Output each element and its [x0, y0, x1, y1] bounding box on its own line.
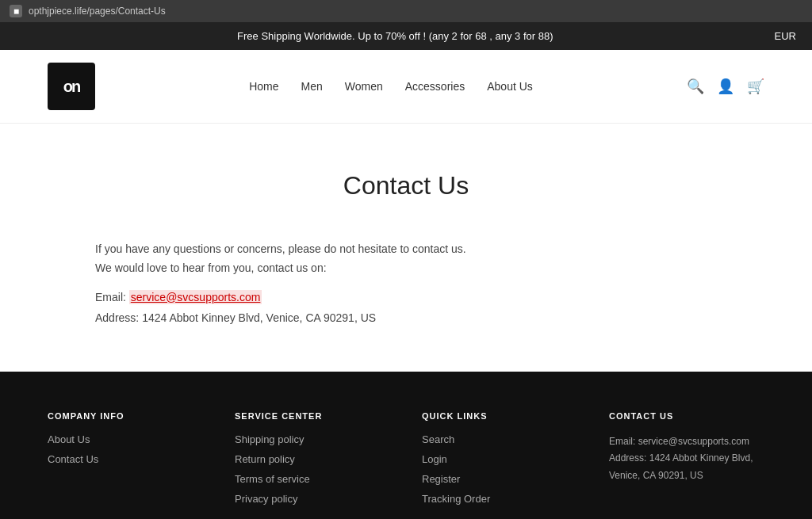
email-line: Email: service@svcsupports.com [95, 291, 717, 303]
footer-email-label: Email: [609, 436, 635, 447]
nav-home[interactable]: Home [249, 80, 278, 93]
intro-line2: We would love to hear from you, contact … [95, 261, 327, 274]
nav-men[interactable]: Men [301, 80, 323, 93]
address-value: 1424 Abbot Kinney Blvd, Venice, CA 90291… [142, 311, 376, 324]
footer-register-link[interactable]: Register [422, 473, 577, 485]
announcement-bar: Free Shipping Worldwide. Up to 70% off !… [0, 22, 812, 50]
header-icons: 🔍 👤 🛒 [687, 78, 764, 95]
email-label: Email: [95, 291, 126, 303]
main-content: Contact Us If you have any questions or … [0, 124, 812, 372]
currency-label: EUR [775, 30, 796, 42]
footer-quick-links: QUICK LINKS Search Login Register Tracki… [422, 411, 577, 513]
email-address[interactable]: service@svcsupports.com [129, 290, 262, 304]
site-logo[interactable]: on [48, 63, 95, 110]
footer-terms-link[interactable]: Terms of service [235, 473, 390, 485]
nav-accessories[interactable]: Accessories [405, 80, 465, 93]
browser-favicon: ◼ [10, 5, 22, 17]
address-line: Address: 1424 Abbot Kinney Blvd, Venice,… [95, 311, 717, 324]
address-label: Address: [95, 311, 139, 324]
nav-women[interactable]: Women [345, 80, 383, 93]
browser-url: opthjpiece.life/pages/Contact-Us [29, 6, 166, 17]
footer-return-link[interactable]: Return policy [235, 453, 390, 465]
intro-line1: If you have any questions or concerns, p… [95, 242, 466, 255]
contact-intro: If you have any questions or concerns, p… [95, 240, 717, 278]
footer-email-value: service@svcsupports.com [638, 436, 749, 447]
footer-privacy-link[interactable]: Privacy policy [235, 493, 390, 505]
footer-about-link[interactable]: About Us [48, 433, 203, 445]
footer-columns: COMPANY INFO About Us Contact Us SERVICE… [48, 411, 764, 513]
footer-service-title: SERVICE CENTER [235, 411, 390, 421]
cart-icon[interactable]: 🛒 [747, 78, 764, 95]
site-header: on Home Men Women Accessories About Us 🔍… [0, 50, 812, 124]
browser-bar: ◼ opthjpiece.life/pages/Contact-Us [0, 0, 812, 22]
footer-login-link[interactable]: Login [422, 453, 577, 465]
footer-address-label: Address: [609, 452, 646, 464]
footer-shipping-link[interactable]: Shipping policy [235, 433, 390, 445]
promo-text: Free Shipping Worldwide. Up to 70% off !… [16, 30, 775, 42]
account-icon[interactable]: 👤 [717, 78, 734, 95]
footer-search-link[interactable]: Search [422, 433, 577, 445]
nav-about[interactable]: About Us [487, 80, 533, 93]
footer-quick-title: QUICK LINKS [422, 411, 577, 421]
footer-contact-us: CONTACT US Email: service@svcsupports.co… [609, 411, 764, 513]
footer-company-info: COMPANY INFO About Us Contact Us [48, 411, 203, 513]
main-nav: Home Men Women Accessories About Us [249, 80, 533, 93]
footer-service-center: SERVICE CENTER Shipping policy Return po… [235, 411, 390, 513]
search-icon[interactable]: 🔍 [687, 78, 704, 95]
site-footer: COMPANY INFO About Us Contact Us SERVICE… [0, 372, 812, 519]
footer-company-title: COMPANY INFO [48, 411, 203, 421]
page-title: Contact Us [95, 171, 717, 200]
footer-contact-link[interactable]: Contact Us [48, 453, 203, 465]
footer-contact-title: CONTACT US [609, 411, 764, 421]
logo-text: on [63, 78, 79, 96]
footer-contact-details: Email: service@svcsupports.com Address: … [609, 433, 764, 485]
footer-tracking-link[interactable]: Tracking Order [422, 493, 577, 505]
